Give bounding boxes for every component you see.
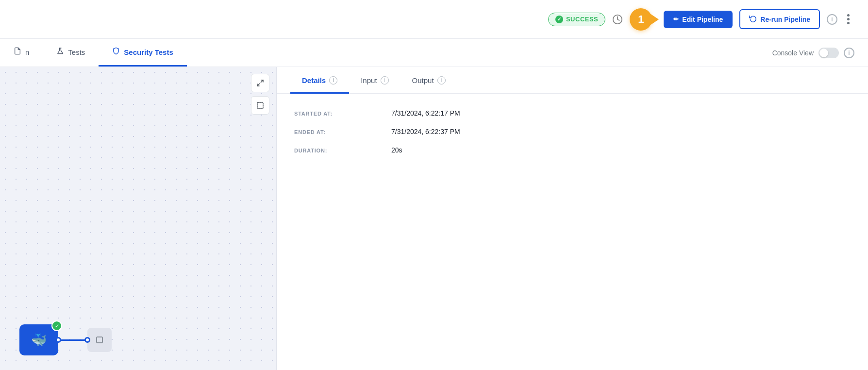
svg-rect-3 bbox=[257, 102, 263, 108]
ended-at-value: 7/31/2024, 6:22:37 PM bbox=[391, 128, 460, 135]
detail-tab-output-label: Output bbox=[412, 76, 434, 84]
pipeline-canvas: 🐳 ✓ bbox=[0, 67, 277, 370]
tab-security-tests[interactable]: Security Tests bbox=[99, 39, 186, 67]
output-info-icon[interactable]: i bbox=[437, 76, 446, 84]
refresh-icon bbox=[749, 15, 757, 24]
expand-icon[interactable] bbox=[251, 74, 269, 92]
rerun-pipeline-button[interactable]: Re-run Pipeline bbox=[739, 9, 820, 29]
started-at-row: STARTED AT: 7/31/2024, 6:22:17 PM bbox=[294, 109, 851, 117]
detail-tab-output[interactable]: Output i bbox=[401, 67, 457, 94]
step-number-bubble: 1 bbox=[630, 8, 652, 31]
clock-icon bbox=[612, 14, 623, 25]
node-success-indicator: ✓ bbox=[51, 320, 62, 331]
pencil-icon: ✏ bbox=[673, 16, 679, 23]
tab-security-tests-label: Security Tests bbox=[124, 48, 173, 56]
more-menu-button[interactable] bbox=[844, 11, 852, 27]
started-at-value: 7/31/2024, 6:22:17 PM bbox=[391, 109, 460, 117]
detail-tab-details-label: Details bbox=[302, 76, 326, 84]
document-icon bbox=[14, 47, 21, 57]
detail-tab-input[interactable]: Input i bbox=[349, 67, 400, 94]
edit-pipeline-button[interactable]: ✏ Edit Pipeline bbox=[664, 11, 733, 28]
check-icon: ✓ bbox=[555, 16, 563, 23]
input-info-icon[interactable]: i bbox=[381, 76, 389, 84]
connector-line bbox=[58, 339, 87, 341]
details-content: STARTED AT: 7/31/2024, 6:22:17 PM ENDED … bbox=[277, 94, 868, 370]
pipeline-node[interactable]: 🐳 ✓ bbox=[19, 324, 112, 355]
detail-tab-details[interactable]: Details i bbox=[290, 67, 349, 94]
duration-value: 20s bbox=[391, 146, 402, 154]
details-panel: Details i Input i Output i STARTED AT: 7… bbox=[277, 67, 868, 370]
console-view-label: Console View bbox=[772, 49, 814, 57]
svg-rect-4 bbox=[97, 337, 102, 343]
started-at-label: STARTED AT: bbox=[294, 111, 391, 117]
console-view-area: Console View i bbox=[772, 48, 868, 58]
details-info-icon[interactable]: i bbox=[329, 76, 337, 84]
detail-tab-input-label: Input bbox=[361, 76, 377, 84]
tab-tests[interactable]: Tests bbox=[43, 39, 99, 67]
connector-dot-left bbox=[55, 337, 61, 343]
selection-icon[interactable] bbox=[251, 96, 269, 115]
info-icon[interactable]: i bbox=[827, 14, 837, 25]
status-badge: ✓ SUCCESS bbox=[548, 13, 605, 26]
flask-icon bbox=[56, 47, 64, 57]
tab-logs-label: n bbox=[25, 48, 29, 56]
docker-icon: 🐳 bbox=[31, 333, 47, 348]
tab-bar: n Tests Security Tests Console View i bbox=[0, 39, 868, 67]
details-tabs: Details i Input i Output i bbox=[277, 67, 868, 94]
shield-icon bbox=[112, 47, 120, 57]
connector-dot-right bbox=[84, 337, 90, 343]
step-bubble-wrapper: 1 bbox=[630, 8, 652, 31]
console-info-icon[interactable]: i bbox=[844, 48, 854, 58]
ended-at-row: ENDED AT: 7/31/2024, 6:22:37 PM bbox=[294, 128, 851, 135]
node-box-main[interactable]: 🐳 ✓ bbox=[19, 324, 58, 355]
top-bar: ✓ SUCCESS 1 ✏ Edit Pipeline Re-run Pipel… bbox=[0, 0, 868, 39]
duration-label: DURATION: bbox=[294, 148, 391, 153]
status-label: SUCCESS bbox=[566, 16, 598, 23]
main-content: 🐳 ✓ Details i Input i bbox=[0, 67, 868, 370]
console-view-toggle[interactable] bbox=[818, 48, 839, 58]
tab-tests-label: Tests bbox=[68, 48, 85, 56]
tab-logs[interactable]: n bbox=[0, 39, 43, 67]
duration-row: DURATION: 20s bbox=[294, 146, 851, 154]
node-box-secondary[interactable] bbox=[87, 328, 112, 352]
ended-at-label: ENDED AT: bbox=[294, 129, 391, 135]
canvas-controls bbox=[251, 74, 269, 115]
